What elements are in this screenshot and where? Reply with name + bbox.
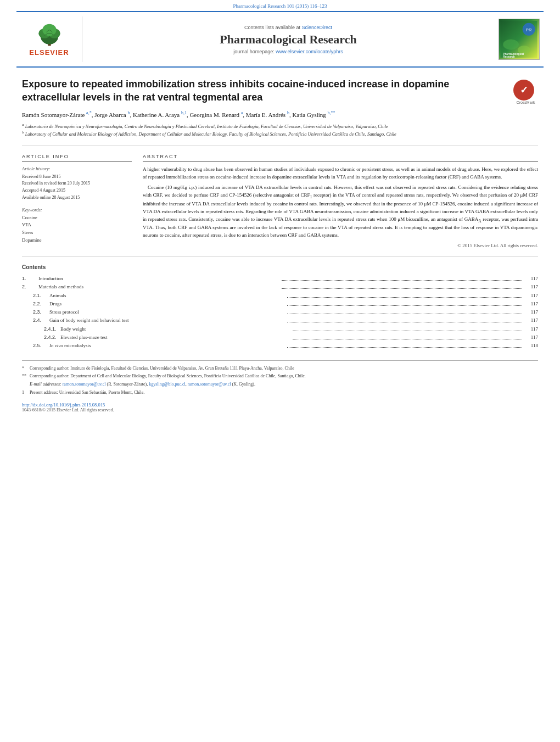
crossmark-badge: ✓ CrossMark bbox=[513, 80, 538, 104]
svg-text:PR: PR bbox=[526, 27, 532, 32]
journal-homepage-link[interactable]: www.elsevier.com/locate/yphrs bbox=[276, 49, 343, 54]
journal-header: ELSEVIER Contents lists available at Sci… bbox=[16, 11, 544, 68]
toc-item-2-4-2: 2.4.2. Elevated plus-maze test 117 bbox=[22, 333, 538, 342]
keywords-section: Keywords: Cocaine VTA Stress Dopamine bbox=[22, 207, 132, 244]
elsevier-brand-text: ELSEVIER bbox=[29, 48, 69, 57]
article-title: Exposure to repeated immobilization stre… bbox=[22, 77, 508, 104]
footnote-1: 1 Present address: Universidad San Sebas… bbox=[22, 389, 538, 397]
contents-heading: Contents bbox=[22, 264, 538, 270]
footnote-email: E-mail addresses: ramon.sotomayor@uv.cl … bbox=[22, 381, 538, 388]
keywords-label: Keywords: bbox=[22, 207, 132, 213]
doi-section: http://dx.doi.org/10.1016/j.phrs.2015.08… bbox=[22, 402, 538, 412]
crossmark-icon: ✓ bbox=[520, 84, 528, 96]
article-info-column: ARTICLE INFO Article history: Received 8… bbox=[22, 154, 132, 248]
svg-point-8 bbox=[503, 40, 519, 50]
affiliation-a: a Laboratorio de Neuroquímica y Neurofar… bbox=[22, 122, 538, 130]
crossmark-label: CrossMark bbox=[513, 101, 538, 104]
authors-line: Ramón Sotomayor-Zárate a,*, Jorge Abarca… bbox=[22, 110, 538, 119]
date-online: Available online 28 August 2015 bbox=[22, 194, 132, 202]
doi-link[interactable]: http://dx.doi.org/10.1016/j.phrs.2015.08… bbox=[22, 402, 105, 408]
abstract-text: A higher vulnerability to drug abuse has… bbox=[143, 166, 538, 239]
section-divider-2 bbox=[22, 256, 538, 256]
copyright-notice: © 2015 Elsevier Ltd. All rights reserved… bbox=[143, 243, 538, 248]
keyword-cocaine: Cocaine bbox=[22, 214, 132, 222]
journal-ref-text: Pharmacological Research 101 (2015) 116–… bbox=[233, 3, 327, 9]
toc-item-2-4-1: 2.4.1. Body weight 117 bbox=[22, 325, 538, 333]
issn-line: 1043-6618/© 2015 Elsevier Ltd. All right… bbox=[22, 408, 538, 412]
email-link-sotomayor2[interactable]: ramon.sotomayor@uv.cl bbox=[188, 382, 231, 387]
keyword-stress: Stress bbox=[22, 229, 132, 237]
article-info-header: ARTICLE INFO bbox=[22, 154, 132, 161]
date-revised: Received in revised form 20 July 2015 bbox=[22, 180, 132, 187]
keyword-dopamine: Dopamine bbox=[22, 237, 132, 244]
abstract-header: ABSTRACT bbox=[143, 154, 538, 161]
toc-item-1: 1. Introduction 117 bbox=[22, 275, 538, 283]
email-link-gysling[interactable]: kgysling@bio.puc.cl bbox=[149, 382, 185, 387]
abstract-column: ABSTRACT A higher vulnerability to drug … bbox=[143, 154, 538, 248]
doi-link-line: http://dx.doi.org/10.1016/j.phrs.2015.08… bbox=[22, 402, 538, 408]
article-title-section: Exposure to repeated immobilization stre… bbox=[22, 77, 538, 104]
toc-item-2: 2. Materials and methods 117 bbox=[22, 283, 538, 291]
toc-item-2-5: 2.5. In vivo microdialysis 118 bbox=[22, 342, 538, 350]
toc-item-2-3: 2.3. Stress protocol 117 bbox=[22, 308, 538, 316]
toc-item-2-1: 2.1. Animals 117 bbox=[22, 292, 538, 300]
footnote-star: * Corresponding author: Instituto de Fis… bbox=[22, 365, 538, 372]
journal-reference: Pharmacological Research 101 (2015) 116–… bbox=[0, 0, 560, 11]
date-received: Received 8 June 2015 bbox=[22, 174, 132, 181]
sciencedirect-link[interactable]: ScienceDirect bbox=[302, 25, 333, 30]
article-dates: Received 8 June 2015 Received in revised… bbox=[22, 174, 132, 202]
toc-item-2-4: 2.4. Gain of body weight and behavioral … bbox=[22, 316, 538, 325]
journal-homepage-line: journal homepage: www.elsevier.com/locat… bbox=[233, 49, 343, 54]
footnotes: * Corresponding author: Instituto de Fis… bbox=[22, 360, 538, 397]
date-accepted: Accepted 4 August 2015 bbox=[22, 187, 132, 194]
journal-header-center: Contents lists available at ScienceDirec… bbox=[82, 16, 494, 62]
abstract-para-1: A higher vulnerability to drug abuse has… bbox=[143, 166, 538, 181]
section-divider bbox=[22, 146, 538, 146]
article-info-abstract: ARTICLE INFO Article history: Received 8… bbox=[22, 154, 538, 248]
main-content: Exposure to repeated immobilization stre… bbox=[0, 68, 560, 423]
abstract-para-2: Cocaine (10 mg/Kg i.p.) induced an incre… bbox=[143, 184, 538, 239]
crossmark-circle: ✓ bbox=[513, 80, 534, 101]
sciencedirect-line: Contents lists available at ScienceDirec… bbox=[244, 25, 332, 30]
table-of-contents: Contents 1. Introduction 117 2. Material… bbox=[22, 264, 538, 350]
affiliations: a Laboratorio de Neuroquímica y Neurofar… bbox=[22, 122, 538, 137]
svg-text:Research: Research bbox=[503, 55, 515, 58]
email-link-sotomayor[interactable]: ramon.sotomayor@uv.cl bbox=[63, 382, 106, 387]
toc-item-2-2: 2.2. Drugs 117 bbox=[22, 300, 538, 308]
keyword-vta: VTA bbox=[22, 221, 132, 229]
journal-name-heading: Pharmacological Research bbox=[220, 32, 356, 47]
elsevier-logo: ELSEVIER bbox=[16, 16, 82, 62]
journal-cover-image: PR Pharmacological Research bbox=[499, 19, 540, 60]
article-history-label: Article history: bbox=[22, 166, 132, 171]
affiliation-b: b Laboratory of Cellular and Molecular B… bbox=[22, 130, 538, 138]
footnote-double-star: ** Corresponding author: Department of C… bbox=[22, 373, 538, 380]
journal-thumbnail: PR Pharmacological Research bbox=[494, 16, 544, 62]
